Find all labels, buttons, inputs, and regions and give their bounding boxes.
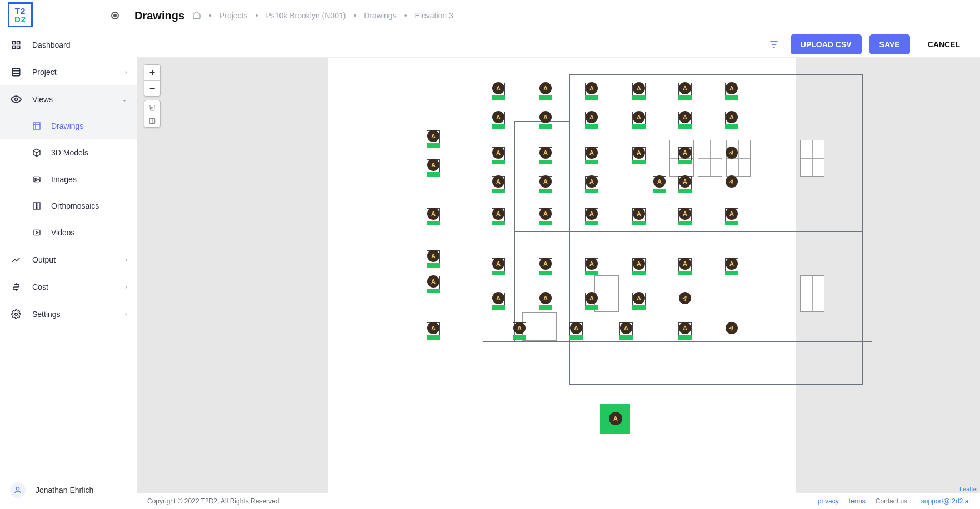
map-marker[interactable] — [618, 321, 634, 340]
map-marker[interactable] — [677, 291, 693, 310]
map-marker[interactable] — [677, 145, 693, 164]
sidebar-sub-images[interactable]: Images — [0, 166, 137, 193]
map-marker[interactable] — [490, 145, 507, 164]
svg-rect-5 — [12, 46, 15, 48]
map-marker[interactable] — [425, 206, 442, 225]
sidebar-sub-videos[interactable]: Videos — [0, 219, 137, 246]
breadcrumb-item[interactable]: Projects — [219, 11, 248, 20]
sidebar-sub-drawings[interactable]: Drawings — [0, 113, 137, 139]
map-marker[interactable] — [537, 206, 554, 225]
home-icon[interactable] — [192, 11, 201, 21]
map-marker[interactable] — [723, 81, 740, 100]
map-marker[interactable] — [631, 256, 647, 275]
map-marker[interactable] — [490, 206, 507, 225]
map-marker[interactable] — [537, 256, 554, 275]
map-marker[interactable] — [537, 110, 554, 129]
map-marker[interactable] — [583, 81, 600, 100]
map-marker[interactable] — [677, 256, 693, 275]
drawings-icon — [32, 122, 43, 130]
sidebar-item-views[interactable]: Views ⌄ — [0, 85, 137, 113]
map-marker[interactable] — [490, 291, 507, 310]
cancel-button[interactable]: CANCEL — [918, 34, 970, 54]
map-marker[interactable] — [490, 110, 507, 129]
map-marker[interactable] — [537, 291, 554, 310]
map-marker[interactable] — [537, 145, 554, 164]
ortho-icon — [32, 201, 43, 210]
map-marker[interactable] — [677, 174, 693, 193]
project-icon — [10, 67, 22, 77]
map-marker[interactable] — [537, 174, 554, 193]
map-marker[interactable] — [583, 110, 600, 129]
breadcrumb-item[interactable]: Drawings — [364, 11, 396, 20]
map-marker[interactable] — [677, 321, 693, 340]
map-marker[interactable] — [631, 145, 647, 164]
map-marker[interactable] — [677, 110, 693, 129]
map-marker[interactable] — [677, 206, 693, 225]
sidebar-item-dashboard[interactable]: Dashboard — [0, 31, 137, 58]
map-marker[interactable] — [425, 129, 442, 148]
sidebar-item-label: Dashboard — [32, 41, 71, 49]
map-marker[interactable] — [631, 81, 647, 100]
chevron-right-icon: › — [125, 68, 127, 76]
map-marker[interactable] — [425, 274, 442, 293]
svg-point-19 — [16, 487, 19, 490]
breadcrumb-sep: • — [404, 11, 407, 20]
map-marker[interactable] — [511, 321, 528, 340]
drawing-map[interactable] — [328, 58, 796, 493]
sidebar-item-label: Views — [32, 95, 53, 104]
chevron-right-icon: › — [125, 283, 127, 291]
map-marker[interactable] — [723, 145, 740, 164]
map-marker[interactable] — [631, 110, 647, 129]
sidebar-item-cost[interactable]: Cost › — [0, 273, 137, 300]
sidebar-item-settings[interactable]: Settings › — [0, 300, 137, 327]
breadcrumb-item[interactable]: Ps10k Brooklyn (N001) — [266, 11, 346, 20]
privacy-link[interactable]: privacy — [818, 497, 839, 505]
map-marker[interactable] — [583, 145, 600, 164]
map-marker[interactable] — [583, 291, 600, 310]
trash-icon[interactable] — [144, 100, 160, 114]
terms-link[interactable]: terms — [849, 497, 866, 505]
sidebar-sub-orthomosaics[interactable]: Orthomosaics — [0, 193, 137, 219]
filter-icon[interactable] — [765, 36, 783, 53]
zoom-in-button[interactable]: + — [144, 65, 160, 80]
target-icon[interactable] — [111, 12, 119, 19]
layers-icon[interactable] — [144, 114, 160, 127]
sidebar-sub-3dmodels[interactable]: 3D Models — [0, 139, 137, 166]
leaflet-attribution[interactable]: Leaflet — [959, 486, 978, 492]
map-marker[interactable] — [723, 321, 740, 340]
map-marker[interactable] — [537, 81, 554, 100]
sidebar-item-output[interactable]: Output › — [0, 246, 137, 273]
breadcrumb-item[interactable]: Elevation 3 — [415, 11, 453, 20]
map-marker[interactable] — [631, 206, 647, 225]
map-marker[interactable] — [583, 206, 600, 225]
map-marker[interactable] — [723, 110, 740, 129]
contact-email[interactable]: support@t2d2.ai — [921, 497, 970, 505]
logo[interactable]: T2 D2 — [8, 2, 33, 27]
map-marker[interactable] — [583, 174, 600, 193]
map-marker[interactable] — [651, 174, 668, 193]
map-marker[interactable] — [490, 256, 507, 275]
map-marker[interactable] — [723, 256, 740, 275]
chevron-down-icon: ⌄ — [122, 95, 127, 103]
map-marker[interactable] — [568, 321, 584, 340]
map-marker[interactable] — [425, 249, 442, 268]
upload-csv-button[interactable]: UPLOAD CSV — [791, 34, 862, 54]
save-button[interactable]: SAVE — [869, 34, 910, 54]
map-marker[interactable] — [425, 321, 442, 340]
map-marker[interactable] — [677, 81, 693, 100]
map-marker[interactable] — [631, 291, 647, 310]
user-row[interactable]: Jonathan Ehrlich — [0, 477, 137, 503]
map-marker[interactable] — [723, 206, 740, 225]
sidebar-item-project[interactable]: Project › — [0, 58, 137, 85]
map-marker[interactable] — [490, 174, 507, 193]
map-marker[interactable] — [490, 81, 507, 100]
map-marker[interactable] — [600, 404, 630, 434]
breadcrumb-sep: • — [256, 11, 258, 20]
map-marker[interactable] — [723, 174, 740, 193]
sidebar-item-label: Drawings — [51, 122, 83, 130]
sidebar: Dashboard Project › Views ⌄ Drawings 3D … — [0, 31, 137, 509]
map-marker[interactable] — [583, 256, 600, 275]
svg-rect-16 — [33, 230, 40, 235]
map-marker[interactable] — [425, 158, 442, 177]
zoom-out-button[interactable]: − — [144, 80, 160, 96]
